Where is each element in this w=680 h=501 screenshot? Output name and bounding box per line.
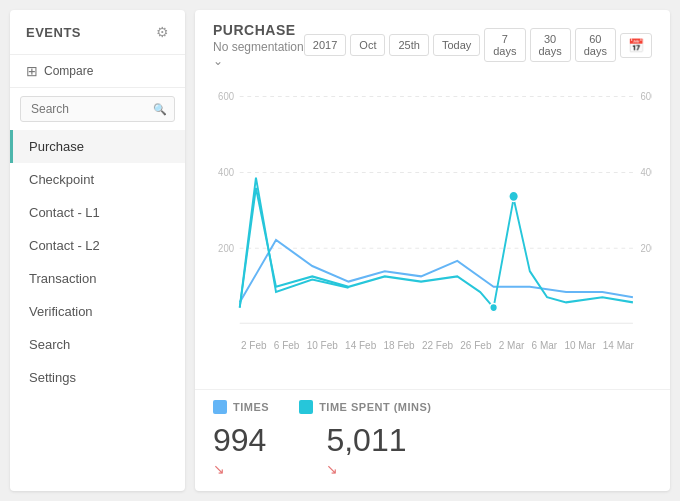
time-spent-stat: 5,011 ↘ — [326, 422, 406, 477]
sidebar-item-verification[interactable]: Verification — [10, 295, 185, 328]
gear-icon[interactable]: ⚙ — [156, 24, 169, 40]
chart-header: PURCHASE No segmentation ⌄ 2017 Oct 25th… — [195, 10, 670, 74]
sidebar-item-purchase[interactable]: Purchase — [10, 130, 185, 163]
stats-section: TIMES TIME SPENT (MINS) 994 ↘ 5,011 ↘ — [195, 389, 670, 491]
svg-point-10 — [509, 191, 519, 201]
time-spent-value: 5,011 — [326, 422, 406, 459]
month-button[interactable]: Oct — [350, 34, 385, 56]
time-spent-trend-icon: ↘ — [326, 461, 406, 477]
svg-text:200: 200 — [641, 243, 652, 254]
year-button[interactable]: 2017 — [304, 34, 346, 56]
svg-text:400: 400 — [641, 166, 652, 177]
chart-svg-container: 600 400 200 600 400 200 — [213, 84, 652, 344]
30days-button[interactable]: 30 days — [530, 28, 571, 62]
times-trend-icon: ↘ — [213, 461, 266, 477]
sidebar-item-settings[interactable]: Settings — [10, 361, 185, 394]
svg-point-11 — [490, 303, 498, 311]
svg-text:400: 400 — [218, 166, 234, 177]
sidebar-item-checkpoint[interactable]: Checkpoint — [10, 163, 185, 196]
date-controls: 2017 Oct 25th Today 7 days 30 days 60 da… — [304, 28, 652, 62]
search-input[interactable] — [20, 96, 175, 122]
times-legend-dot — [213, 400, 227, 414]
7days-button[interactable]: 7 days — [484, 28, 525, 62]
legend-times: TIMES — [213, 400, 269, 414]
times-legend-label: TIMES — [233, 401, 269, 413]
times-value: 994 — [213, 422, 266, 459]
day-button[interactable]: 25th — [389, 34, 428, 56]
sidebar-header: EVENTS ⚙ — [10, 10, 185, 55]
calendar-button[interactable]: 📅 — [620, 33, 652, 58]
sidebar-title: EVENTS — [26, 25, 81, 40]
chart-area: 600 400 200 600 400 200 — [195, 74, 670, 389]
compare-button[interactable]: ⊞ Compare — [10, 55, 185, 88]
segmentation-selector[interactable]: No segmentation ⌄ — [213, 40, 304, 68]
time-spent-legend-dot — [299, 400, 313, 414]
sidebar-item-transaction[interactable]: Transaction — [10, 262, 185, 295]
60days-button[interactable]: 60 days — [575, 28, 616, 62]
time-spent-legend-label: TIME SPENT (MINS) — [319, 401, 431, 413]
compare-label: Compare — [44, 64, 93, 78]
chart-title-section: PURCHASE No segmentation ⌄ — [213, 22, 304, 68]
segmentation-label: No segmentation — [213, 40, 304, 54]
search-container: 🔍 — [20, 96, 175, 122]
compare-icon: ⊞ — [26, 63, 38, 79]
times-stat: 994 ↘ — [213, 422, 266, 477]
chart-title: PURCHASE — [213, 22, 304, 38]
stats-numbers: 994 ↘ 5,011 ↘ — [213, 422, 652, 477]
sidebar-item-contact---l1[interactable]: Contact - L1 — [10, 196, 185, 229]
line-chart: 600 400 200 600 400 200 — [213, 84, 652, 344]
sidebar-item-contact---l2[interactable]: Contact - L2 — [10, 229, 185, 262]
today-button[interactable]: Today — [433, 34, 480, 56]
nav-items-list: PurchaseCheckpointContact - L1Contact - … — [10, 130, 185, 394]
main-panel: PURCHASE No segmentation ⌄ 2017 Oct 25th… — [195, 10, 670, 491]
svg-text:600: 600 — [218, 90, 234, 101]
chart-legend: TIMES TIME SPENT (MINS) — [213, 400, 652, 414]
sidebar-item-search[interactable]: Search — [10, 328, 185, 361]
search-icon: 🔍 — [153, 103, 167, 116]
svg-text:200: 200 — [218, 243, 234, 254]
sidebar: EVENTS ⚙ ⊞ Compare 🔍 PurchaseCheckpointC… — [10, 10, 185, 491]
svg-text:600: 600 — [641, 90, 652, 101]
legend-time-spent: TIME SPENT (MINS) — [299, 400, 431, 414]
chevron-down-icon: ⌄ — [213, 54, 223, 68]
